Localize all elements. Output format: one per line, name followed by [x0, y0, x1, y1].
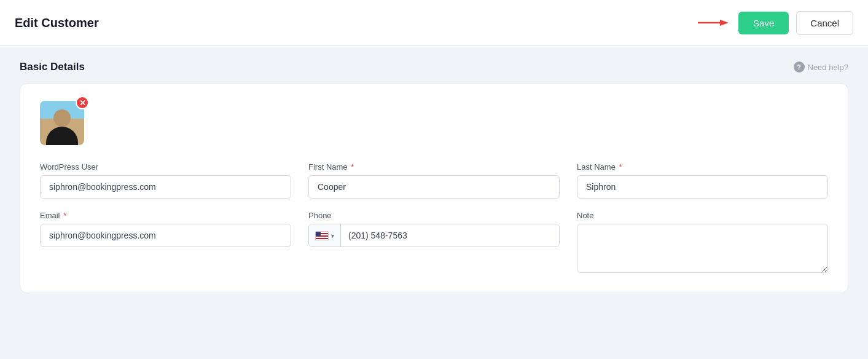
need-help-label: Need help? — [808, 63, 849, 72]
section-header: Basic Details ? Need help? — [20, 61, 848, 73]
note-group: Note — [577, 211, 828, 273]
help-icon: ? — [794, 61, 805, 73]
header-actions: Save Cancel — [698, 11, 853, 35]
need-help-link[interactable]: ? Need help? — [794, 61, 849, 73]
avatar-remove-button[interactable]: ✕ — [76, 96, 89, 109]
first-name-group: First Name * — [308, 162, 560, 199]
form-row-2: Email * Phone ▾ Note — [40, 211, 828, 273]
wordpress-user-input[interactable] — [40, 175, 291, 199]
first-name-label: First Name * — [308, 162, 560, 172]
email-input[interactable] — [40, 224, 291, 247]
last-name-group: Last Name * — [577, 162, 828, 199]
phone-group: Phone ▾ — [308, 211, 560, 273]
last-name-input[interactable] — [577, 175, 828, 199]
avatar-section: ✕ — [40, 101, 84, 145]
email-label: Email * — [40, 211, 291, 220]
last-name-required: * — [617, 162, 622, 172]
main-content: Basic Details ? Need help? ✕ WordPress U… — [0, 46, 868, 308]
first-name-required: * — [349, 162, 354, 172]
arrow-icon — [698, 17, 729, 29]
page-title: Edit Customer — [15, 16, 99, 30]
last-name-label: Last Name * — [577, 162, 828, 172]
cancel-button[interactable]: Cancel — [796, 11, 853, 35]
us-flag-icon — [315, 231, 329, 240]
phone-label: Phone — [308, 211, 560, 220]
email-group: Email * — [40, 211, 291, 273]
form-row-1: WordPress User First Name * Last Name * — [40, 162, 828, 199]
wordpress-user-group: WordPress User — [40, 162, 291, 199]
phone-country-selector[interactable]: ▾ — [309, 224, 341, 247]
email-required: * — [61, 211, 67, 220]
first-name-input[interactable] — [308, 175, 560, 199]
section-title: Basic Details — [20, 61, 85, 73]
svg-marker-1 — [720, 20, 729, 26]
phone-input[interactable] — [341, 224, 559, 247]
chevron-down-icon: ▾ — [331, 232, 334, 239]
phone-input-wrapper: ▾ — [308, 224, 560, 247]
note-textarea[interactable] — [577, 224, 828, 273]
wordpress-user-label: WordPress User — [40, 162, 291, 172]
note-label: Note — [577, 211, 828, 220]
save-button[interactable]: Save — [738, 12, 789, 34]
basic-details-card: ✕ WordPress User First Name * Last Name … — [20, 83, 848, 293]
page-header: Edit Customer Save Cancel — [0, 0, 868, 46]
